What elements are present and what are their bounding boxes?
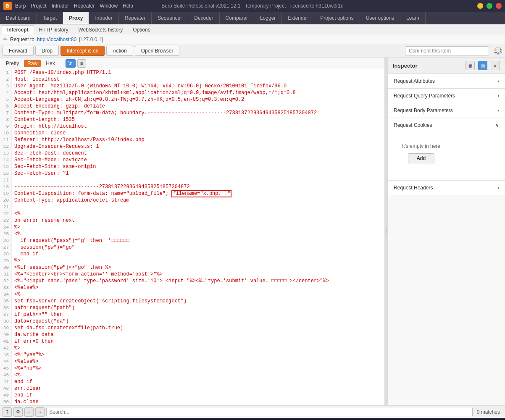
menu-intruder[interactable]: Intruder [52, 3, 69, 9]
line-content: User-Agent: Mozilla/5.0 (Windows NT 10.0… [12, 83, 384, 89]
minimize-button[interactable] [477, 3, 483, 9]
list-toggle[interactable]: ≡ [77, 59, 86, 68]
intercept-toggle-button[interactable]: Intercept is on [60, 46, 105, 56]
line-content: if err=0 then [12, 338, 384, 345]
back-button[interactable]: ← [24, 407, 34, 417]
line-number: 3 [0, 83, 12, 89]
line-number: 6 [0, 103, 12, 110]
forward-button[interactable]: Forward [3, 46, 34, 56]
tab-decoder[interactable]: Decoder [188, 12, 219, 24]
line-number: 20 [0, 197, 12, 204]
code-editor[interactable]: 1POST /Pass-10/index.php HTTP/1.12Host: … [0, 69, 384, 405]
inspector-request-cookies[interactable]: Request Cookies ∨ It's empty in here Add [388, 118, 505, 181]
settings-button[interactable]: ⚙ [13, 407, 23, 417]
inspector-add-button[interactable]: Add [408, 153, 434, 163]
code-line-31: 31<%="<center><br><form action='' method… [0, 271, 384, 278]
main-navigation: Dashboard Target Proxy Intruder Repeater… [0, 12, 505, 24]
code-line-21: 21 [0, 204, 384, 210]
wrap-toggle[interactable]: \n [66, 59, 76, 68]
comment-input[interactable] [405, 46, 489, 55]
tab-sequencer[interactable]: Sequencer [152, 12, 188, 24]
code-line-17: 17 [0, 177, 384, 184]
line-number: 39 [0, 325, 12, 331]
line-number: 11 [0, 136, 12, 143]
matches-count: 0 matches [474, 409, 502, 415]
code-line-42: 42%> [0, 345, 384, 352]
code-line-27: 27 session("pw")="go" [0, 244, 384, 251]
line-number: 2 [0, 76, 12, 83]
editor-tab-raw[interactable]: Raw [24, 60, 41, 67]
line-number: 40 [0, 331, 12, 338]
line-content: Content-Disposition: form-data; name="up… [12, 190, 384, 197]
line-number: 43 [0, 352, 12, 358]
line-content: %> [12, 257, 384, 264]
menu-repeater[interactable]: Repeater [74, 3, 95, 9]
subtab-websockets-history[interactable]: WebSockets history [73, 26, 128, 34]
tab-user-options[interactable]: User options [360, 12, 400, 24]
close-button[interactable] [496, 3, 502, 9]
open-browser-button[interactable]: Open Browser [135, 46, 180, 56]
inspector-request-body-params[interactable]: Request Body Parameters › [388, 103, 505, 118]
line-content: end if [12, 392, 384, 399]
line-content: %> [12, 224, 384, 231]
subtab-http-history[interactable]: HTTP history [34, 26, 74, 34]
code-line-24: 24%> [0, 224, 384, 231]
code-line-20: 20Content-Type: application/octet-stream [0, 197, 384, 204]
line-number: 46 [0, 372, 12, 378]
tab-proxy[interactable]: Proxy [63, 12, 89, 24]
maximize-button[interactable] [487, 3, 492, 9]
code-line-35: 35set fso=server.createobject("scripting… [0, 298, 384, 304]
tab-logger[interactable]: Logger [254, 12, 282, 24]
tab-extender[interactable]: Extender [282, 12, 314, 24]
inspector-request-query-params[interactable]: Request Query Parameters › [388, 89, 505, 103]
line-content: err.clear [12, 385, 384, 392]
help-button[interactable]: ? [3, 407, 12, 417]
code-line-3: 3User-Agent: Mozilla/5.0 (Windows NT 10.… [0, 83, 384, 89]
line-number: 8 [0, 116, 12, 123]
line-number: 33 [0, 284, 12, 291]
menu-project[interactable]: Project [31, 3, 46, 9]
subtab-options[interactable]: Options [128, 26, 155, 34]
inspector-request-headers[interactable]: Request Headers› [388, 181, 505, 195]
inspector-request-attributes[interactable]: Request Attributes › [388, 74, 505, 89]
code-line-34: 34<% [0, 291, 384, 298]
search-input[interactable] [46, 408, 473, 416]
tab-dashboard[interactable]: Dashboard [0, 12, 37, 24]
subtab-intercept[interactable]: Intercept [2, 25, 34, 34]
tab-repeater[interactable]: Repeater [119, 12, 152, 24]
tab-target[interactable]: Target [37, 12, 63, 24]
menu-burp[interactable]: Burp [15, 3, 26, 9]
code-line-43: 43<%="yes"%> [0, 352, 384, 358]
line-number: 35 [0, 298, 12, 304]
tab-learn[interactable]: Learn [400, 12, 426, 24]
line-content: end if [12, 378, 384, 385]
content-area: Pretty Raw Hex \n ≡ 1POST /Pass-10/index… [0, 58, 505, 405]
editor-tab-pretty[interactable]: Pretty [3, 60, 22, 67]
burp-logo-colorful [493, 46, 502, 55]
sub-navigation: Intercept HTTP history WebSockets histor… [0, 24, 505, 35]
line-content: Sec-Fetch-User: ?1 [12, 170, 384, 177]
line-content: <%else%> [12, 358, 384, 365]
line-content: if request("pass")="g" then '□□□□□□ [12, 237, 384, 244]
line-content: Accept-Language: zh-CN,zh;q=0.8,zh-TW;q=… [12, 96, 384, 103]
line-number: 45 [0, 365, 12, 372]
line-number: 12 [0, 143, 12, 150]
code-line-19: 19Content-Disposition: form-data; name="… [0, 190, 384, 197]
menu-help[interactable]: Help [123, 3, 133, 9]
tab-comparer[interactable]: Comparer [220, 12, 254, 24]
inspector-settings[interactable]: ≡ [491, 61, 500, 70]
inspector-panel: Inspector ▦ ▤ ≡ Request Attributes › Req… [387, 58, 505, 405]
tab-project-options[interactable]: Project options [314, 12, 360, 24]
action-button[interactable]: Action [106, 46, 133, 56]
drop-button[interactable]: Drop [35, 46, 59, 56]
menu-window[interactable]: Window [100, 3, 118, 9]
line-content: Accept: text/html,application/xhtml+xml,… [12, 89, 384, 96]
editor-tab-hex[interactable]: Hex [42, 60, 58, 67]
code-line-16: 16Sec-Fetch-User: ?1 [0, 170, 384, 177]
inspector-list-view[interactable]: ▤ [478, 61, 487, 70]
line-number: 42 [0, 345, 12, 352]
inspector-grid-view[interactable]: ▦ [466, 61, 475, 70]
code-line-11: 11Referer: http://localhost/Pass-10/inde… [0, 136, 384, 143]
tab-intruder[interactable]: Intruder [89, 12, 118, 24]
forward-button[interactable]: → [35, 407, 45, 417]
